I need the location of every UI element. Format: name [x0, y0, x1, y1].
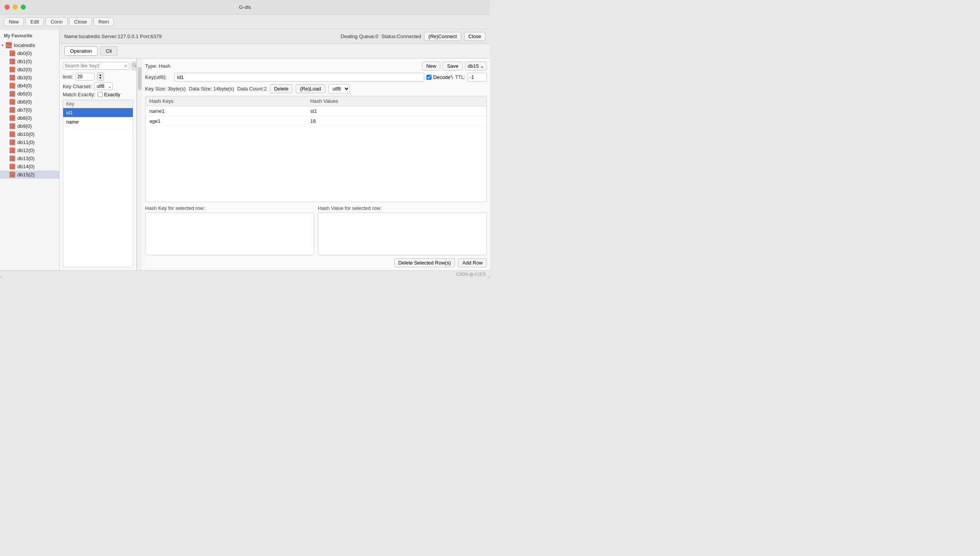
expand-arrow-icon: ▾	[2, 43, 3, 47]
sidebar-item-db9[interactable]: 🧱 db9(0)	[0, 122, 59, 130]
limit-input[interactable]	[75, 73, 95, 80]
db-icon: 🧱	[9, 123, 15, 129]
db-icon: 🧱	[9, 172, 15, 178]
key-header-cell: Key	[66, 101, 74, 107]
ttl-label: TTL:	[455, 74, 465, 80]
detail-save-button[interactable]: Save	[443, 62, 463, 70]
search-button[interactable]: 🔍	[132, 62, 137, 70]
search-clear-icon[interactable]: ✕	[124, 64, 127, 69]
scrollbar-thumb[interactable]	[138, 67, 142, 90]
encoding-select-wrapper: utf8	[328, 84, 350, 94]
sidebar-item-db5[interactable]: 🧱 db5(0)	[0, 90, 59, 98]
sidebar-item-db14[interactable]: 🧱 db14(0)	[0, 162, 59, 171]
key-list-header: Key	[63, 100, 133, 108]
detail-new-button[interactable]: New	[422, 62, 440, 70]
exactly-checkbox[interactable]	[98, 92, 103, 97]
connection-actions: Dealing Queue:0 Status:Connected (Re)Con…	[341, 32, 485, 41]
sidebar-item-db3[interactable]: 🧱 db3(0)	[0, 74, 59, 82]
hash-value-cell: 18	[306, 116, 487, 126]
main-toolbar: New Edit Conn Close Rem	[0, 15, 490, 29]
ttl-input[interactable]	[468, 73, 487, 82]
type-label: Type: Hash	[145, 63, 171, 69]
sidebar-item-db11[interactable]: 🧱 db11(0)	[0, 138, 59, 146]
tab-cli[interactable]: Cli	[100, 46, 117, 56]
key-field-label: Key(utf8):	[145, 74, 172, 80]
match-row: Match Exactly: Exactly	[63, 92, 133, 97]
close-traffic-light[interactable]	[5, 5, 10, 10]
sidebar-item-db8[interactable]: 🧱 db8(0)	[0, 114, 59, 122]
hash-value-textarea[interactable]	[318, 213, 487, 255]
content-area: ✕ 🔍 limit: ▲▼ Key Charset:	[60, 59, 490, 270]
titlebar: G-dis	[0, 0, 490, 15]
sidebar-root-label: localredis	[14, 42, 35, 48]
key-list-scrollbar[interactable]	[137, 59, 142, 270]
sidebar-item-db6[interactable]: 🧱 db6(0)	[0, 98, 59, 106]
search-input[interactable]	[65, 63, 122, 69]
key-list-item-id1[interactable]: id1	[63, 108, 133, 117]
sidebar-item-db15[interactable]: 🧱 db15(2)	[0, 171, 59, 179]
hash-key-edit-section: Hash Key for selected row:	[145, 205, 314, 255]
hash-key-cell: age1	[145, 116, 306, 126]
reconnect-button[interactable]: (Re)Connect	[424, 32, 461, 41]
hash-key-textarea[interactable]	[145, 213, 314, 255]
connection-close-button[interactable]: Close	[464, 32, 485, 41]
db-icon: 🧱	[5, 42, 12, 48]
decode-checkbox-group: Decode'\	[426, 74, 453, 80]
maximize-traffic-light[interactable]	[21, 5, 26, 10]
detail-panel: Type: Hash New Save db15 ⌄ Key(utf8):	[142, 59, 490, 270]
sidebar-root-item[interactable]: ▾ 🧱 localredis	[0, 41, 59, 49]
add-row-button[interactable]: Add Row	[458, 258, 487, 267]
decode-checkbox[interactable]	[426, 75, 431, 80]
key-list-item-name[interactable]: name	[63, 117, 133, 127]
sidebar-item-db4[interactable]: 🧱 db4(0)	[0, 82, 59, 90]
edit-button[interactable]: Edit	[25, 17, 44, 26]
exactly-label: Exactly	[104, 92, 120, 97]
charset-row: Key Charset: utf8	[63, 82, 133, 90]
hash-value-edit-label: Hash Value for selected row:	[318, 205, 487, 211]
db-icon: 🧱	[9, 99, 15, 105]
hash-table-area: Hash Keys Hash Values name1 st1	[145, 96, 487, 202]
main-window: G-dis New Edit Conn Close Rem My Favouri…	[0, 0, 490, 278]
right-panel: Name:localredis Server:127.0.0.1 Port:63…	[60, 29, 490, 270]
encoding-select[interactable]: utf8	[328, 84, 350, 94]
sidebar-item-db1[interactable]: 🧱 db1(0)	[0, 57, 59, 65]
charset-select-wrapper: utf8	[94, 82, 113, 90]
limit-spinner[interactable]: ▲▼	[97, 72, 104, 81]
db-icon: 🧱	[9, 164, 15, 169]
sidebar-item-db7[interactable]: 🧱 db7(0)	[0, 106, 59, 114]
minimize-traffic-light[interactable]	[13, 5, 18, 10]
hash-keys-header: Hash Keys	[145, 96, 306, 106]
hash-table-row[interactable]: name1 st1	[145, 106, 487, 116]
db-icon: 🧱	[9, 67, 15, 72]
key-input[interactable]	[174, 73, 424, 82]
sidebar-item-db2[interactable]: 🧱 db2(0)	[0, 65, 59, 74]
sidebar-item-db12[interactable]: 🧱 db12(0)	[0, 146, 59, 154]
sidebar-item-db13[interactable]: 🧱 db13(0)	[0, 154, 59, 162]
charset-select[interactable]: utf8	[94, 82, 113, 90]
rem-button[interactable]: Rem	[94, 17, 114, 26]
hash-key-edit-label: Hash Key for selected row:	[145, 205, 314, 211]
reload-button[interactable]: (Re)Load	[296, 84, 325, 93]
dealing-queue: Dealing Queue:0	[341, 33, 378, 39]
close-button[interactable]: Close	[69, 17, 92, 26]
db-icon: 🧱	[9, 107, 15, 113]
limit-label: limit:	[63, 74, 73, 80]
db-icon: 🧱	[9, 147, 15, 153]
db-icon: 🧱	[9, 139, 15, 145]
sidebar-item-db0[interactable]: 🧱 db0(0)	[0, 49, 59, 57]
left-key-panel: ✕ 🔍 limit: ▲▼ Key Charset:	[60, 59, 137, 270]
db-select-button[interactable]: db15 ⌄	[465, 62, 487, 70]
hash-table-row[interactable]: age1 18	[145, 116, 487, 126]
footer-credit: CSDN @小汪汪	[456, 271, 486, 277]
sidebar-item-db10[interactable]: 🧱 db10(0)	[0, 130, 59, 138]
new-button[interactable]: New	[4, 17, 24, 26]
tab-bar: Operation Cli	[60, 44, 490, 59]
delete-selected-rows-button[interactable]: Delete Selected Row(s)	[394, 258, 455, 267]
footer: CSDN @小汪汪	[0, 270, 490, 278]
delete-button[interactable]: Delete	[270, 84, 293, 93]
main-content: My Favourite ▾ 🧱 localredis 🧱 db0(0) 🧱 d…	[0, 29, 490, 270]
connection-info: Name:localredis Server:127.0.0.1 Port:63…	[64, 33, 338, 39]
conn-button[interactable]: Conn	[45, 17, 67, 26]
decode-label: Decode'\	[433, 74, 453, 80]
tab-operation[interactable]: Operation	[64, 46, 98, 56]
